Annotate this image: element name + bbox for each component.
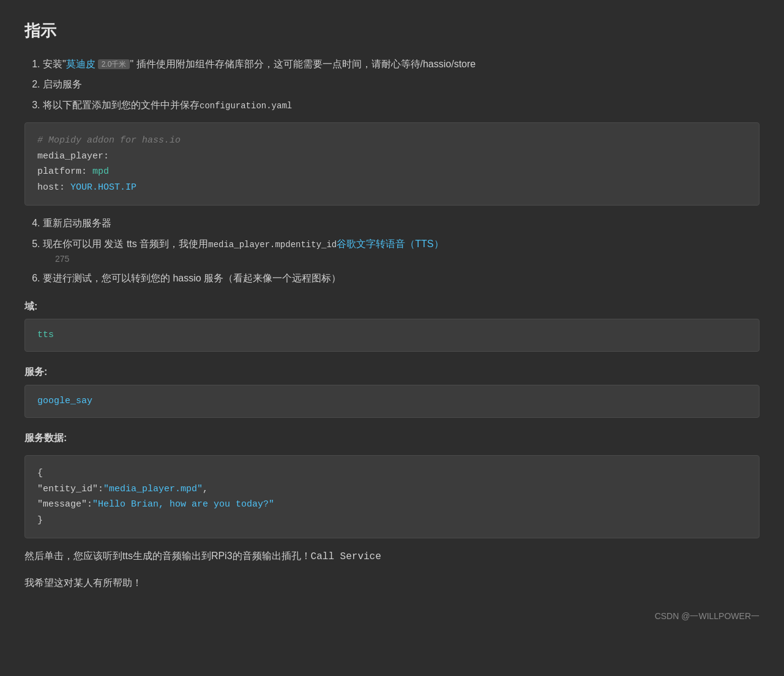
step-6: 要进行测试，您可以转到您的 hassio 服务（看起来像一个远程图标） xyxy=(43,270,760,286)
step5-prefix: 现在你可以用 发送 tts 音频到，我使用 xyxy=(43,239,208,249)
config-code-block: # Mopidy addon for hass.io media_player:… xyxy=(24,122,760,206)
step-1: 安装"莫迪皮2.0千米" 插件使用附加组件存储库部分，这可能需要一点时间，请耐心… xyxy=(43,56,760,72)
service-value: google_say xyxy=(37,396,92,406)
step-2: 启动服务 xyxy=(43,76,760,92)
domain-value: tts xyxy=(37,330,54,340)
code-val-mpd: mpd xyxy=(92,166,109,177)
config-filename: configuration.yaml xyxy=(200,101,292,111)
step1-prefix: 安装" xyxy=(43,59,66,69)
json-val-entity: "media_player.mpd" xyxy=(103,484,203,494)
call-service-text: Call Service xyxy=(311,551,381,562)
code-line2: platform: mpd xyxy=(37,164,747,180)
instructions-list: 安装"莫迪皮2.0千米" 插件使用附加组件存储库部分，这可能需要一点时间，请耐心… xyxy=(24,56,760,113)
code-val-host: YOUR.HOST.IP xyxy=(70,182,136,193)
domain-label: 域: xyxy=(24,299,760,314)
step3-prefix: 将以下配置添加到您的文件中并保存 xyxy=(43,100,200,110)
service-input-box[interactable]: google_say xyxy=(24,385,760,418)
json-close-brace: } xyxy=(37,513,747,529)
mopidy-link[interactable]: 莫迪皮 xyxy=(66,59,95,69)
footer-note: 然后单击，您应该听到tts生成的音频输出到RPi3的音频输出插孔！Call Se… xyxy=(24,548,760,565)
service-data-code-block: { "entity_id":"media_player.mpd", "messa… xyxy=(24,455,760,538)
csdn-credit: CSDN @一WILLPOWER一 xyxy=(24,609,760,623)
footer-next: 我希望这对某人有所帮助！ xyxy=(24,575,760,591)
version-badge: 2.0千米 xyxy=(98,59,130,69)
json-open-brace: { xyxy=(37,466,747,481)
service-label: 服务: xyxy=(24,364,760,380)
json-val-message: "Hello Brian, how are you today?" xyxy=(92,499,274,510)
page-title: 指示 xyxy=(24,18,760,44)
step5-code: media_player.mpdentity_id xyxy=(208,240,337,250)
tts-link[interactable]: 谷歌文字转语音（TTS） xyxy=(337,239,443,249)
step-4: 重新启动服务器 xyxy=(43,215,760,231)
json-line2: "message":"Hello Brian, how are you toda… xyxy=(37,497,747,513)
code-line1: media_player: xyxy=(37,149,747,165)
step-5: 现在你可以用 发送 tts 音频到，我使用media_player.mpdent… xyxy=(43,236,760,266)
json-line1: "entity_id":"media_player.mpd", xyxy=(37,481,747,497)
code-key-platform: platform: xyxy=(37,166,92,177)
footer-prefix: 然后单击，您应该听到tts生成的音频输出到RPi3的音频输出插孔！ xyxy=(24,551,311,561)
json-comma1: , xyxy=(203,484,208,494)
code-comment: # Mopidy addon for hass.io xyxy=(37,133,747,149)
instructions-list-2: 重新启动服务器 现在你可以用 发送 tts 音频到，我使用media_playe… xyxy=(24,215,760,286)
service-data-label: 服务数据: xyxy=(24,430,760,446)
step-3: 将以下配置添加到您的文件中并保存configuration.yaml xyxy=(43,97,760,113)
code-line3: host: YOUR.HOST.IP xyxy=(37,180,747,196)
json-key-entity: "entity_id": xyxy=(37,484,103,494)
domain-input-box[interactable]: tts xyxy=(24,319,760,352)
json-key-message: "message": xyxy=(37,499,92,510)
step1-suffix: " 插件使用附加组件存储库部分，这可能需要一点时间，请耐心等待/hassio/s… xyxy=(130,59,476,69)
code-key-media: media_player: xyxy=(37,151,109,162)
step5-sub: 275 xyxy=(43,252,760,266)
code-key-host: host: xyxy=(37,182,70,193)
